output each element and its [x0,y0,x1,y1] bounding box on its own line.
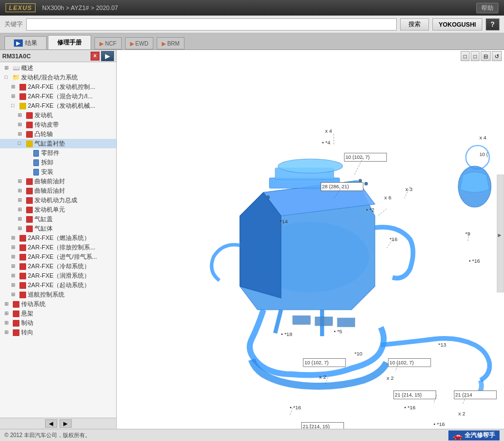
tree-item-label: 曲轴前油封 [34,177,65,186]
search-bar: 关键字 搜索 YOKOGUSHI ? [0,16,504,33]
tab-brm[interactable]: ▶ BRM [157,37,184,49]
yokogushi-button[interactable]: YOKOGUSHI [432,18,482,31]
svg-text:10 (102, 7): 10 (102, 7) [390,360,413,365]
tree-item-label: 零部件 [41,149,59,157]
svg-text:x 6: x 6 [385,194,392,201]
tree-item[interactable]: ⊞气缸盖 [0,214,116,224]
question-button[interactable]: ? [486,18,500,31]
svg-text:• *18: • *18 [281,331,292,337]
tree-item-label: 发动机 [34,111,53,119]
svg-point-10 [358,179,362,182]
tree-item[interactable]: ⊞2AR-FXE（发动机控制... [0,82,116,92]
svg-text:• *16: • *16 [404,404,415,410]
lexus-logo: LEXUS [6,3,36,12]
tree-item[interactable]: □2AR-FXE（发动机机械... [0,101,116,111]
tab-manual[interactable]: 修理手册 [48,35,91,49]
tree-item[interactable]: ⊞传动系统 [0,299,116,309]
svg-text:• *16: • *16 [433,421,445,427]
tree-item[interactable]: ⊞发动机动力总成 [0,196,116,205]
svg-text:• *4: • *4 [322,139,331,146]
tree-item[interactable]: 拆卸 [0,158,116,167]
tree-item[interactable]: ⊞曲轴前油封 [0,177,116,186]
tree-item-label: 2AR-FXE（混合动力/I... [28,92,93,101]
rm-code: RM31A0C [2,53,31,59]
tree-item-label: 制动 [21,319,33,327]
tree-item[interactable]: ⊞转向 [0,328,116,337]
svg-text:• *5: • *5 [334,328,342,334]
tab-results[interactable]: ▶ 结果 [4,36,47,49]
main-content: RM31A0C × ▶ ⊞📖概述□📁发动机/混合动力系统⊞2AR-FXE（发动机… [0,50,504,429]
tree-item[interactable]: ⊞2AR-FXE（排放控制系... [0,243,116,252]
tree-item[interactable]: ⊞曲轴后油封 [0,186,116,196]
tree-item-label: 2AR-FXE（润滑系统） [28,272,90,280]
diag-btn-2[interactable]: □ [471,51,480,61]
diagram-canvas[interactable]: x 4 • *4 10 (102, 7) 28 (286, 21) x 3 x … [117,50,504,429]
tree-item[interactable]: 零部件 [0,148,116,158]
diagram-svg: x 4 • *4 10 (102, 7) 28 (286, 21) x 3 x … [117,50,504,429]
tree-item[interactable]: ⊞2AR-FXE（润滑系统） [0,271,116,280]
tree-item-label: 气缸盖 [34,215,53,223]
tree-item[interactable]: ⊞2AR-FXE（起动系统） [0,280,116,290]
panel-nav-button[interactable]: ▶ [101,51,114,61]
tree-item[interactable]: ⊞2AR-FXE（冷却系统） [0,262,116,271]
tree-item-label: 发动机/混合动力系统 [21,73,78,82]
logo-text: 全汽修帮手 [465,431,495,439]
tree-item-label: 2AR-FXE（进气/排气系... [28,253,97,261]
status-bar: © 2012 丰田汽车公司，版权所有。 🚗 全汽修帮手 [0,429,504,441]
tree-item[interactable]: ⊞传动皮带 [0,120,116,129]
tree-item-label: 传动系统 [21,300,46,308]
search-input[interactable] [26,18,397,31]
tab-ncf[interactable]: ▶ NCF [94,37,122,49]
svg-point-11 [365,182,368,186]
svg-text:*14: *14 [280,218,288,224]
tree-item[interactable]: ⊞📖概述 [0,63,116,73]
help-button[interactable]: 帮助 [476,3,498,13]
tree-item-label: 凸轮轴 [34,130,53,138]
svg-text:10 (102, 7): 10 (102, 7) [346,154,370,160]
scroll-left-button[interactable]: ◀ [45,419,57,428]
tree-item[interactable]: ⊞制动 [0,318,116,328]
svg-text:28 (286, 21): 28 (286, 21) [322,184,349,189]
tree-item[interactable]: ⊞发动机单元 [0,205,116,214]
tree-item[interactable]: ⊞悬架 [0,309,116,318]
panel-close-button[interactable]: × [91,52,99,61]
tree-item-label: 2AR-FXE（发动机机械... [28,102,96,110]
tree-item-label: 巡航控制系统 [28,290,64,299]
tree-item-label: 悬架 [21,309,33,318]
tree-item-label: 气缸体 [34,224,53,233]
tree-item-label: 2AR-FXE（冷却系统） [28,262,90,270]
tree-item-label: 气缸盖衬垫 [34,139,65,148]
tree-item[interactable]: □气缸盖衬垫 [0,139,116,148]
svg-text:10 (102, 7): 10 (102, 7) [305,360,328,365]
tree-container: ⊞📖概述□📁发动机/混合动力系统⊞2AR-FXE（发动机控制...⊞2AR-FX… [0,62,116,418]
tree-item-label: 概述 [21,64,33,72]
tree-item[interactable]: 安装 [0,167,116,177]
tab-row: ▶ 结果 修理手册 ▶ NCF ▶ EWD ▶ BRM [0,33,504,50]
tree-item[interactable]: ⊞凸轮轴 [0,129,116,139]
diag-btn-print[interactable]: ⊟ [481,51,491,61]
tree-item[interactable]: ⊞2AR-FXE（进气/排气系... [0,252,116,262]
tree-item[interactable]: ⊞气缸体 [0,224,116,233]
tree-item[interactable]: ⊞2AR-FXE（混合动力/I... [0,92,116,101]
keyword-label: 关键字 [4,20,23,28]
diagram-toolbar: □ □ ⊟ ↺ [461,51,502,61]
tree-item-label: 2AR-FXE（起动系统） [28,281,90,289]
scroll-right-button[interactable]: ▶ [59,419,72,428]
diag-btn-1[interactable]: □ [461,51,470,61]
tree-item[interactable]: ⊞巡航控制系统 [0,290,116,299]
tree-item-label: 传动皮带 [34,121,59,129]
tree-item-label: 拆卸 [41,158,53,167]
car-icon: 🚗 [453,431,462,440]
diag-btn-reset[interactable]: ↺ [492,51,502,61]
tree-item[interactable]: □📁发动机/混合动力系统 [0,73,116,82]
search-button[interactable]: 搜索 [400,18,429,31]
svg-point-4 [278,159,342,173]
top-bar: LEXUS NX300h > AYZ1# > 2020.07 帮助 [0,0,504,16]
svg-text:• *2: • *2 [366,207,375,213]
svg-rect-7 [293,315,311,324]
tab-ewd[interactable]: ▶ EWD [125,37,153,49]
tree-item[interactable]: ⊞发动机 [0,111,116,120]
svg-text:10 (: 10 ( [480,152,488,157]
svg-text:x 3: x 3 [406,186,413,192]
tree-item[interactable]: ⊞2AR-FXE（燃油系统） [0,233,116,243]
